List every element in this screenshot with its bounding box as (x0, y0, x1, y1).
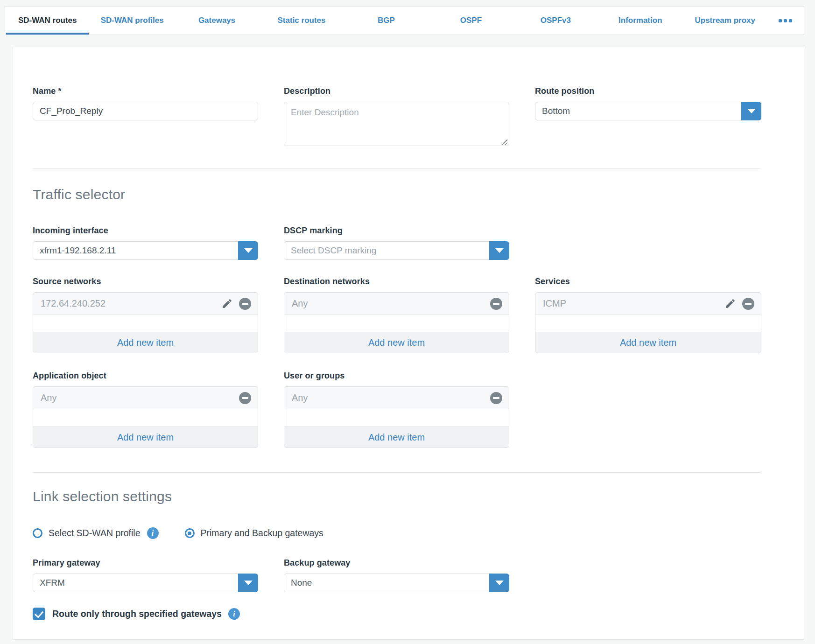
traffic-selector-heading: Traffic selector (33, 187, 760, 203)
backup-gateway-label: Backup gateway (284, 558, 509, 568)
source-networks-list: 172.64.240.252 Add new item (33, 292, 258, 353)
description-textarea[interactable] (284, 102, 509, 146)
tab-gateways[interactable]: Gateways (175, 7, 259, 35)
backup-gateway-select[interactable]: None (284, 574, 509, 592)
destination-networks-label: Destination networks (284, 277, 509, 287)
list-item-text: Any (292, 392, 490, 403)
sd-wan-route-form: Name * Description Route position Bottom… (13, 47, 804, 640)
add-new-item-button[interactable]: Add new item (284, 332, 509, 353)
list-item-text: ICMP (543, 298, 724, 309)
list-item: ICMP (535, 293, 761, 315)
primary-gateway-label: Primary gateway (33, 558, 258, 568)
section-divider (33, 472, 760, 473)
source-networks-label: Source networks (33, 277, 258, 287)
route-only-checkbox[interactable] (33, 608, 45, 620)
list-item: Any (33, 387, 258, 409)
primary-gateway-value: XFRM (33, 574, 258, 592)
chevron-down-icon[interactable] (489, 241, 509, 260)
incoming-interface-field-group: Incoming interface xfrm1-192.168.2.11 (33, 226, 258, 260)
list-item: Any (284, 387, 509, 409)
tab-upstream-proxy[interactable]: Upstream proxy (683, 7, 767, 35)
list-item-text: Any (41, 392, 239, 403)
destination-networks-field-group: Destination networks Any Add new item (284, 277, 509, 353)
radio-group-primary-backup: Primary and Backup gateways (185, 528, 323, 539)
services-field-group: Services ICMP Add new item (535, 277, 761, 353)
select-sd-wan-profile-radio[interactable] (33, 528, 42, 538)
services-list: ICMP Add new item (535, 292, 761, 353)
primary-gateway-select[interactable]: XFRM (33, 574, 258, 592)
route-only-checkbox-label: Route only through specified gateways (52, 609, 222, 619)
chevron-down-icon[interactable] (741, 102, 761, 120)
incoming-interface-select[interactable]: xfrm1-192.168.2.11 (33, 241, 258, 260)
user-or-groups-field-group: User or groups Any Add new item (284, 371, 509, 448)
edit-pencil-icon[interactable] (724, 298, 736, 309)
route-only-checkbox-group: Route only through specified gateways i (33, 608, 760, 620)
application-object-list: Any Add new item (33, 386, 258, 448)
name-field-group: Name * (33, 86, 258, 148)
incoming-interface-value: xfrm1-192.168.2.11 (33, 242, 258, 259)
add-new-item-button[interactable]: Add new item (33, 332, 258, 353)
remove-item-icon[interactable] (742, 298, 754, 310)
dscp-marking-label: DSCP marking (284, 226, 509, 236)
chevron-down-icon[interactable] (238, 574, 258, 592)
edit-pencil-icon[interactable] (221, 298, 233, 309)
add-new-item-button[interactable]: Add new item (33, 427, 258, 448)
remove-item-icon[interactable] (239, 298, 251, 310)
info-icon[interactable]: i (228, 608, 240, 620)
application-object-field-group: Application object Any Add new item (33, 371, 258, 448)
dscp-marking-placeholder: Select DSCP marking (284, 242, 509, 259)
tab-static-routes[interactable]: Static routes (259, 7, 344, 35)
incoming-interface-label: Incoming interface (33, 226, 258, 236)
destination-networks-list: Any Add new item (284, 292, 509, 353)
route-position-select[interactable]: Bottom (535, 102, 761, 120)
application-object-label: Application object (33, 371, 258, 381)
services-label: Services (535, 277, 761, 287)
route-position-value: Bottom (535, 102, 761, 120)
remove-item-icon[interactable] (490, 298, 502, 310)
radio-label: Primary and Backup gateways (201, 528, 323, 539)
tab-ospfv3[interactable]: OSPFv3 (513, 7, 598, 35)
chevron-down-icon[interactable] (238, 241, 258, 260)
section-divider (33, 168, 760, 169)
remove-item-icon[interactable] (490, 392, 502, 404)
tab-information[interactable]: Information (598, 7, 682, 35)
remove-item-icon[interactable] (239, 392, 251, 404)
primary-and-backup-gateways-radio[interactable] (185, 528, 195, 538)
name-input[interactable] (33, 102, 258, 120)
description-field-group: Description (284, 86, 509, 148)
info-icon[interactable]: i (147, 527, 159, 539)
route-position-field-group: Route position Bottom (535, 86, 761, 148)
user-or-groups-label: User or groups (284, 371, 509, 381)
link-selection-radio-group: Select SD-WAN profile i Primary and Back… (33, 527, 760, 539)
list-item-text: Any (292, 298, 490, 309)
dscp-marking-field-group: DSCP marking Select DSCP marking (284, 226, 509, 260)
user-or-groups-list: Any Add new item (284, 386, 509, 448)
backup-gateway-field-group: Backup gateway None (284, 558, 509, 592)
route-position-label: Route position (535, 86, 761, 96)
tab-bgp[interactable]: BGP (344, 7, 429, 35)
list-item: 172.64.240.252 (33, 293, 258, 315)
tab-sd-wan-routes[interactable]: SD-WAN routes (5, 7, 90, 35)
name-label: Name * (33, 86, 258, 96)
primary-gateway-field-group: Primary gateway XFRM (33, 558, 258, 592)
backup-gateway-value: None (284, 574, 509, 592)
tab-bar: SD-WAN routes SD-WAN profiles Gateways S… (5, 6, 804, 35)
source-networks-field-group: Source networks 172.64.240.252 Add new i… (33, 277, 258, 353)
more-tabs-ellipsis-icon[interactable] (767, 7, 804, 35)
link-selection-heading: Link selection settings (33, 489, 760, 504)
list-item: Any (284, 293, 509, 315)
radio-label: Select SD-WAN profile (49, 528, 141, 539)
dscp-marking-select[interactable]: Select DSCP marking (284, 241, 509, 260)
chevron-down-icon[interactable] (489, 574, 509, 592)
add-new-item-button[interactable]: Add new item (284, 427, 509, 448)
tab-ospf[interactable]: OSPF (429, 7, 513, 35)
list-item-text: 172.64.240.252 (41, 298, 221, 309)
add-new-item-button[interactable]: Add new item (535, 332, 761, 353)
tab-sd-wan-profiles[interactable]: SD-WAN profiles (90, 7, 174, 35)
description-label: Description (284, 86, 509, 96)
radio-group-sd-wan-profile: Select SD-WAN profile i (33, 527, 159, 539)
